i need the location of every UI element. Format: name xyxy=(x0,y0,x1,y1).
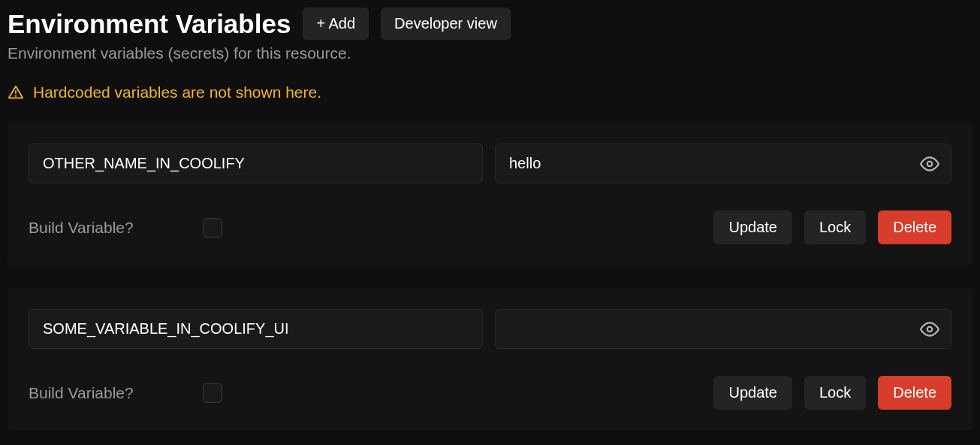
env-name-input[interactable] xyxy=(29,309,483,349)
svg-point-2 xyxy=(927,161,933,166)
build-variable-checkbox[interactable] xyxy=(203,383,222,403)
env-value-input[interactable] xyxy=(495,144,951,183)
svg-point-1 xyxy=(16,95,17,96)
env-value-input[interactable] xyxy=(495,309,951,349)
lock-button[interactable]: Lock xyxy=(804,210,866,244)
subtitle: Environment variables (secrets) for this… xyxy=(8,44,972,62)
build-variable-label: Build Variable? xyxy=(29,219,134,237)
env-variable-card: Build Variable? Update Lock Delete xyxy=(8,288,972,431)
eye-icon[interactable] xyxy=(920,319,939,339)
warning-banner: Hardcoded variables are not shown here. xyxy=(8,83,972,101)
build-variable-checkbox[interactable] xyxy=(203,218,222,238)
delete-button[interactable]: Delete xyxy=(878,210,951,244)
update-button[interactable]: Update xyxy=(713,376,792,410)
svg-point-3 xyxy=(927,326,933,331)
page-title: Environment Variables xyxy=(8,9,291,39)
lock-button[interactable]: Lock xyxy=(804,376,866,410)
update-button[interactable]: Update xyxy=(713,210,792,244)
env-variable-card: Build Variable? Update Lock Delete xyxy=(8,123,972,265)
eye-icon[interactable] xyxy=(920,154,939,174)
env-name-input[interactable] xyxy=(29,144,483,183)
warning-icon xyxy=(8,84,24,101)
delete-button[interactable]: Delete xyxy=(878,376,951,410)
add-button[interactable]: + Add xyxy=(303,8,369,40)
build-variable-label: Build Variable? xyxy=(29,384,134,402)
developer-view-button[interactable]: Developer view xyxy=(381,8,511,40)
warning-text: Hardcoded variables are not shown here. xyxy=(33,83,321,101)
